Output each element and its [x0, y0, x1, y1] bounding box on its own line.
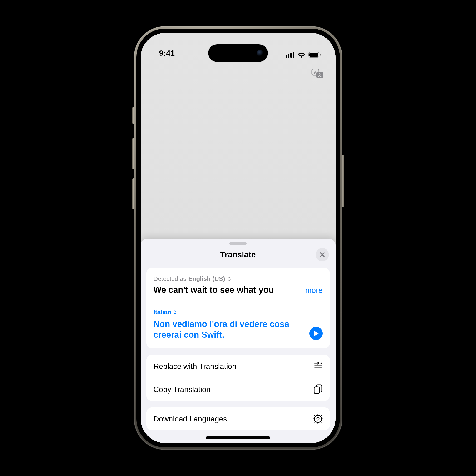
download-languages-row[interactable]: Download Languages: [146, 408, 330, 430]
replace-icon: [313, 361, 323, 371]
iphone-frame: 9:41: [134, 26, 342, 450]
svg-line-25: [315, 422, 315, 422]
source-text: We can't wait to see what you: [153, 285, 301, 295]
translate-icon[interactable]: A 文: [311, 68, 324, 79]
target-text: Non vediamo l'ora di vedere cosa creerai…: [153, 319, 305, 340]
action-list: Replace with Translation: [146, 355, 330, 401]
status-time: 9:41: [159, 49, 175, 58]
play-icon: [314, 330, 319, 337]
replace-label: Replace with Translation: [153, 362, 237, 371]
translation-card: Detected as English (US) We can't wait t…: [146, 268, 330, 348]
dynamic-island: [208, 44, 268, 62]
divider: [153, 302, 323, 302]
source-language-picker[interactable]: Detected as English (US): [153, 275, 323, 283]
copy-label: Copy Translation: [153, 385, 211, 394]
detected-as-label: Detected as: [153, 275, 187, 283]
chevron-up-down-icon: [173, 310, 177, 314]
sheet-title: Translate: [220, 250, 255, 259]
copy-icon: [313, 385, 323, 394]
silence-switch: [132, 107, 135, 124]
more-button[interactable]: more: [305, 286, 323, 295]
volume-up-button: [132, 138, 135, 169]
svg-text:文: 文: [318, 73, 322, 77]
download-label: Download Languages: [153, 415, 227, 424]
gear-icon: [313, 414, 323, 424]
svg-rect-7: [320, 54, 321, 56]
svg-point-12: [320, 363, 322, 364]
action-list-secondary: Download Languages: [146, 408, 330, 430]
replace-with-translation-row[interactable]: Replace with Translation: [146, 355, 330, 378]
sheet-grabber[interactable]: [229, 242, 247, 245]
close-button[interactable]: [316, 248, 329, 261]
battery-icon: [308, 52, 321, 58]
play-button[interactable]: [309, 327, 323, 340]
translate-sheet: Translate Detected as English: [141, 239, 336, 443]
svg-line-24: [321, 422, 321, 422]
svg-point-18: [317, 418, 319, 420]
target-language-label: Italian: [153, 308, 171, 316]
home-indicator[interactable]: [206, 437, 270, 439]
wifi-icon: [298, 52, 306, 58]
chevron-up-down-icon: [227, 277, 231, 281]
volume-down-button: [132, 178, 135, 209]
target-language-picker[interactable]: Italian: [153, 308, 323, 316]
cellular-icon: [286, 52, 295, 58]
side-button: [342, 155, 344, 207]
svg-line-26: [321, 416, 321, 416]
svg-rect-3: [293, 52, 294, 58]
svg-rect-6: [309, 53, 319, 57]
copy-translation-row[interactable]: Copy Translation: [146, 378, 330, 401]
close-icon: [319, 252, 325, 257]
svg-rect-16: [314, 387, 319, 394]
svg-line-23: [315, 416, 315, 416]
svg-rect-1: [288, 54, 289, 58]
svg-rect-0: [286, 55, 287, 58]
svg-rect-2: [290, 53, 292, 58]
source-language-label: English (US): [188, 275, 225, 283]
screen: 9:41: [141, 33, 336, 443]
svg-point-4: [301, 56, 302, 58]
